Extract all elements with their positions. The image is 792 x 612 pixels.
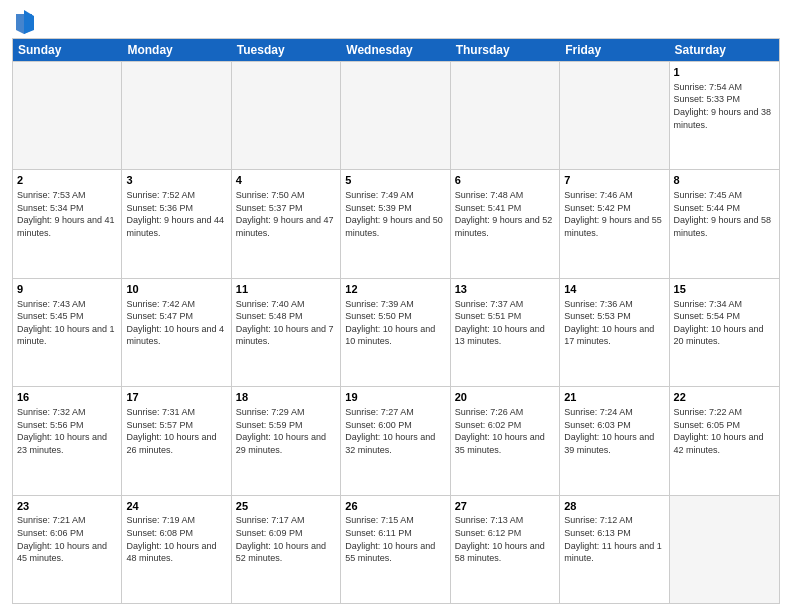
day-info: Sunrise: 7:49 AM Sunset: 5:39 PM Dayligh…: [345, 189, 445, 239]
calendar-cell: 28Sunrise: 7:12 AM Sunset: 6:13 PM Dayli…: [560, 496, 669, 603]
day-number: 18: [236, 390, 336, 405]
calendar-cell: 27Sunrise: 7:13 AM Sunset: 6:12 PM Dayli…: [451, 496, 560, 603]
calendar-cell: 10Sunrise: 7:42 AM Sunset: 5:47 PM Dayli…: [122, 279, 231, 386]
weekday-header-thursday: Thursday: [451, 39, 560, 61]
day-number: 6: [455, 173, 555, 188]
day-info: Sunrise: 7:32 AM Sunset: 5:56 PM Dayligh…: [17, 406, 117, 456]
day-info: Sunrise: 7:46 AM Sunset: 5:42 PM Dayligh…: [564, 189, 664, 239]
calendar-cell: 24Sunrise: 7:19 AM Sunset: 6:08 PM Dayli…: [122, 496, 231, 603]
calendar-cell: 23Sunrise: 7:21 AM Sunset: 6:06 PM Dayli…: [13, 496, 122, 603]
calendar-cell: 16Sunrise: 7:32 AM Sunset: 5:56 PM Dayli…: [13, 387, 122, 494]
day-number: 1: [674, 65, 775, 80]
calendar-cell: 15Sunrise: 7:34 AM Sunset: 5:54 PM Dayli…: [670, 279, 779, 386]
calendar-cell: [341, 62, 450, 169]
day-info: Sunrise: 7:37 AM Sunset: 5:51 PM Dayligh…: [455, 298, 555, 348]
day-info: Sunrise: 7:54 AM Sunset: 5:33 PM Dayligh…: [674, 81, 775, 131]
day-number: 20: [455, 390, 555, 405]
logo: [12, 10, 34, 32]
day-number: 10: [126, 282, 226, 297]
header: [12, 10, 780, 32]
day-number: 17: [126, 390, 226, 405]
calendar-cell: [232, 62, 341, 169]
day-number: 5: [345, 173, 445, 188]
calendar-cell: [560, 62, 669, 169]
day-info: Sunrise: 7:53 AM Sunset: 5:34 PM Dayligh…: [17, 189, 117, 239]
calendar: SundayMondayTuesdayWednesdayThursdayFrid…: [12, 38, 780, 604]
day-info: Sunrise: 7:36 AM Sunset: 5:53 PM Dayligh…: [564, 298, 664, 348]
logo-icon: [14, 10, 34, 34]
day-info: Sunrise: 7:19 AM Sunset: 6:08 PM Dayligh…: [126, 514, 226, 564]
weekday-header-tuesday: Tuesday: [232, 39, 341, 61]
calendar-cell: 11Sunrise: 7:40 AM Sunset: 5:48 PM Dayli…: [232, 279, 341, 386]
day-number: 3: [126, 173, 226, 188]
svg-marker-1: [24, 10, 34, 34]
day-number: 12: [345, 282, 445, 297]
day-number: 16: [17, 390, 117, 405]
day-info: Sunrise: 7:39 AM Sunset: 5:50 PM Dayligh…: [345, 298, 445, 348]
day-number: 28: [564, 499, 664, 514]
calendar-cell: 6Sunrise: 7:48 AM Sunset: 5:41 PM Daylig…: [451, 170, 560, 277]
calendar-body: 1Sunrise: 7:54 AM Sunset: 5:33 PM Daylig…: [13, 61, 779, 603]
calendar-cell: [670, 496, 779, 603]
day-number: 13: [455, 282, 555, 297]
day-number: 9: [17, 282, 117, 297]
calendar-row-0: 1Sunrise: 7:54 AM Sunset: 5:33 PM Daylig…: [13, 61, 779, 169]
day-number: 24: [126, 499, 226, 514]
calendar-cell: 3Sunrise: 7:52 AM Sunset: 5:36 PM Daylig…: [122, 170, 231, 277]
day-number: 25: [236, 499, 336, 514]
day-number: 4: [236, 173, 336, 188]
day-info: Sunrise: 7:22 AM Sunset: 6:05 PM Dayligh…: [674, 406, 775, 456]
calendar-cell: [13, 62, 122, 169]
day-info: Sunrise: 7:43 AM Sunset: 5:45 PM Dayligh…: [17, 298, 117, 348]
weekday-header-wednesday: Wednesday: [341, 39, 450, 61]
calendar-cell: 12Sunrise: 7:39 AM Sunset: 5:50 PM Dayli…: [341, 279, 450, 386]
day-info: Sunrise: 7:45 AM Sunset: 5:44 PM Dayligh…: [674, 189, 775, 239]
day-number: 14: [564, 282, 664, 297]
day-info: Sunrise: 7:24 AM Sunset: 6:03 PM Dayligh…: [564, 406, 664, 456]
day-info: Sunrise: 7:40 AM Sunset: 5:48 PM Dayligh…: [236, 298, 336, 348]
day-info: Sunrise: 7:31 AM Sunset: 5:57 PM Dayligh…: [126, 406, 226, 456]
calendar-header: SundayMondayTuesdayWednesdayThursdayFrid…: [13, 39, 779, 61]
weekday-header-sunday: Sunday: [13, 39, 122, 61]
calendar-cell: 9Sunrise: 7:43 AM Sunset: 5:45 PM Daylig…: [13, 279, 122, 386]
day-number: 11: [236, 282, 336, 297]
day-number: 22: [674, 390, 775, 405]
calendar-cell: 7Sunrise: 7:46 AM Sunset: 5:42 PM Daylig…: [560, 170, 669, 277]
weekday-header-saturday: Saturday: [670, 39, 779, 61]
day-info: Sunrise: 7:15 AM Sunset: 6:11 PM Dayligh…: [345, 514, 445, 564]
calendar-cell: 17Sunrise: 7:31 AM Sunset: 5:57 PM Dayli…: [122, 387, 231, 494]
day-info: Sunrise: 7:17 AM Sunset: 6:09 PM Dayligh…: [236, 514, 336, 564]
day-info: Sunrise: 7:29 AM Sunset: 5:59 PM Dayligh…: [236, 406, 336, 456]
calendar-cell: 13Sunrise: 7:37 AM Sunset: 5:51 PM Dayli…: [451, 279, 560, 386]
weekday-header-friday: Friday: [560, 39, 669, 61]
calendar-cell: 25Sunrise: 7:17 AM Sunset: 6:09 PM Dayli…: [232, 496, 341, 603]
calendar-row-2: 9Sunrise: 7:43 AM Sunset: 5:45 PM Daylig…: [13, 278, 779, 386]
day-info: Sunrise: 7:26 AM Sunset: 6:02 PM Dayligh…: [455, 406, 555, 456]
day-info: Sunrise: 7:52 AM Sunset: 5:36 PM Dayligh…: [126, 189, 226, 239]
calendar-cell: 21Sunrise: 7:24 AM Sunset: 6:03 PM Dayli…: [560, 387, 669, 494]
calendar-cell: [122, 62, 231, 169]
day-number: 8: [674, 173, 775, 188]
calendar-cell: 1Sunrise: 7:54 AM Sunset: 5:33 PM Daylig…: [670, 62, 779, 169]
day-number: 2: [17, 173, 117, 188]
day-info: Sunrise: 7:42 AM Sunset: 5:47 PM Dayligh…: [126, 298, 226, 348]
day-info: Sunrise: 7:12 AM Sunset: 6:13 PM Dayligh…: [564, 514, 664, 564]
calendar-cell: 18Sunrise: 7:29 AM Sunset: 5:59 PM Dayli…: [232, 387, 341, 494]
calendar-cell: 22Sunrise: 7:22 AM Sunset: 6:05 PM Dayli…: [670, 387, 779, 494]
day-number: 15: [674, 282, 775, 297]
calendar-row-1: 2Sunrise: 7:53 AM Sunset: 5:34 PM Daylig…: [13, 169, 779, 277]
day-number: 19: [345, 390, 445, 405]
day-info: Sunrise: 7:13 AM Sunset: 6:12 PM Dayligh…: [455, 514, 555, 564]
day-info: Sunrise: 7:21 AM Sunset: 6:06 PM Dayligh…: [17, 514, 117, 564]
calendar-cell: 4Sunrise: 7:50 AM Sunset: 5:37 PM Daylig…: [232, 170, 341, 277]
weekday-header-monday: Monday: [122, 39, 231, 61]
page: SundayMondayTuesdayWednesdayThursdayFrid…: [0, 0, 792, 612]
calendar-row-3: 16Sunrise: 7:32 AM Sunset: 5:56 PM Dayli…: [13, 386, 779, 494]
calendar-cell: 8Sunrise: 7:45 AM Sunset: 5:44 PM Daylig…: [670, 170, 779, 277]
calendar-cell: 19Sunrise: 7:27 AM Sunset: 6:00 PM Dayli…: [341, 387, 450, 494]
day-info: Sunrise: 7:34 AM Sunset: 5:54 PM Dayligh…: [674, 298, 775, 348]
calendar-cell: 26Sunrise: 7:15 AM Sunset: 6:11 PM Dayli…: [341, 496, 450, 603]
day-number: 21: [564, 390, 664, 405]
calendar-cell: 14Sunrise: 7:36 AM Sunset: 5:53 PM Dayli…: [560, 279, 669, 386]
calendar-row-4: 23Sunrise: 7:21 AM Sunset: 6:06 PM Dayli…: [13, 495, 779, 603]
